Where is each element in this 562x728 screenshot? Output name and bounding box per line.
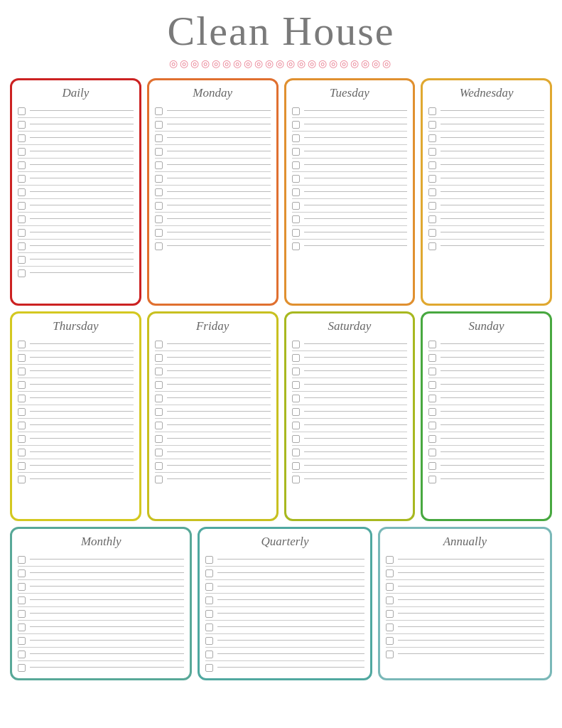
checkbox[interactable] [292,462,300,470]
checkbox[interactable] [18,610,26,618]
checkbox[interactable] [18,175,26,183]
checkbox[interactable] [205,664,213,672]
checkbox[interactable] [155,354,163,362]
checkbox[interactable] [292,395,300,402]
checkbox[interactable] [18,408,26,416]
checkbox[interactable] [18,269,26,277]
checkbox[interactable] [18,161,26,169]
checkbox[interactable] [155,121,163,129]
checkbox[interactable] [428,341,436,348]
checkbox[interactable] [155,229,163,237]
checkbox[interactable] [18,354,26,362]
checkbox[interactable] [205,623,213,631]
checkbox[interactable] [428,188,436,196]
checkbox[interactable] [18,596,26,604]
checkbox[interactable] [205,569,213,577]
checkbox[interactable] [155,134,163,142]
checkbox[interactable] [18,476,26,483]
checkbox[interactable] [428,202,436,210]
checkbox[interactable] [386,583,394,591]
checkbox[interactable] [292,134,300,142]
checkbox[interactable] [292,476,300,483]
checkbox[interactable] [386,637,394,645]
checkbox[interactable] [428,215,436,223]
checkbox[interactable] [428,476,436,483]
checkbox[interactable] [292,381,300,389]
checkbox[interactable] [18,637,26,645]
checkbox[interactable] [155,462,163,470]
checkbox[interactable] [292,354,300,362]
checkbox[interactable] [18,107,26,115]
checkbox[interactable] [428,107,436,115]
checkbox[interactable] [428,449,436,456]
checkbox[interactable] [18,583,26,591]
checkbox[interactable] [155,408,163,416]
checkbox[interactable] [155,341,163,348]
checkbox[interactable] [292,242,300,250]
checkbox[interactable] [18,449,26,456]
checkbox[interactable] [18,368,26,375]
checkbox[interactable] [18,215,26,223]
checkbox[interactable] [18,134,26,142]
checkbox[interactable] [428,354,436,362]
checkbox[interactable] [18,664,26,672]
checkbox[interactable] [18,462,26,470]
checkbox[interactable] [155,175,163,183]
checkbox[interactable] [386,596,394,604]
checkbox[interactable] [18,121,26,129]
checkbox[interactable] [18,623,26,631]
checkbox[interactable] [292,148,300,156]
checkbox[interactable] [292,202,300,210]
checkbox[interactable] [292,215,300,223]
checkbox[interactable] [155,368,163,375]
checkbox[interactable] [155,148,163,156]
checkbox[interactable] [155,202,163,210]
checkbox[interactable] [292,422,300,429]
checkbox[interactable] [428,175,436,183]
checkbox[interactable] [205,596,213,604]
checkbox[interactable] [18,341,26,348]
checkbox[interactable] [292,161,300,169]
checkbox[interactable] [18,202,26,210]
checkbox[interactable] [155,435,163,443]
checkbox[interactable] [428,148,436,156]
checkbox[interactable] [428,242,436,250]
checkbox[interactable] [205,651,213,658]
checkbox[interactable] [428,368,436,375]
checkbox[interactable] [292,121,300,129]
checkbox[interactable] [428,408,436,416]
checkbox[interactable] [18,395,26,402]
checkbox[interactable] [428,462,436,470]
checkbox[interactable] [292,408,300,416]
checkbox[interactable] [18,242,26,250]
checkbox[interactable] [428,381,436,389]
checkbox[interactable] [292,368,300,375]
checkbox[interactable] [155,242,163,250]
checkbox[interactable] [155,422,163,429]
checkbox[interactable] [292,107,300,115]
checkbox[interactable] [386,651,394,658]
checkbox[interactable] [386,556,394,564]
checkbox[interactable] [18,148,26,156]
checkbox[interactable] [386,623,394,631]
checkbox[interactable] [205,637,213,645]
checkbox[interactable] [155,188,163,196]
checkbox[interactable] [428,395,436,402]
checkbox[interactable] [18,422,26,429]
checkbox[interactable] [428,435,436,443]
checkbox[interactable] [18,256,26,264]
checkbox[interactable] [292,449,300,456]
checkbox[interactable] [292,341,300,348]
checkbox[interactable] [155,476,163,483]
checkbox[interactable] [155,381,163,389]
checkbox[interactable] [205,610,213,618]
checkbox[interactable] [18,569,26,577]
checkbox[interactable] [386,569,394,577]
checkbox[interactable] [155,161,163,169]
checkbox[interactable] [155,395,163,402]
checkbox[interactable] [155,449,163,456]
checkbox[interactable] [18,435,26,443]
checkbox[interactable] [292,175,300,183]
checkbox[interactable] [292,188,300,196]
checkbox[interactable] [155,215,163,223]
